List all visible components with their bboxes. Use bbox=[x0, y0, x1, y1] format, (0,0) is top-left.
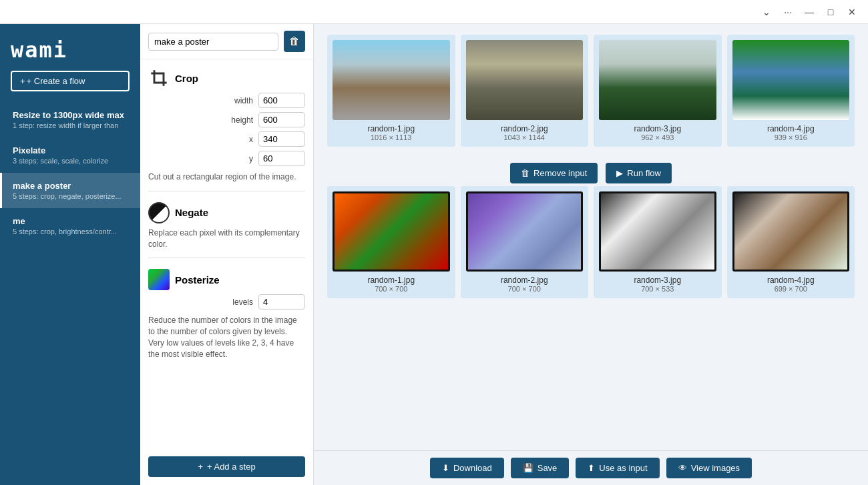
chevron-down-button[interactable]: ⌄ bbox=[756, 1, 777, 23]
crop-height-row: height bbox=[148, 112, 305, 127]
input-image-1-dims: 1016 × 1113 bbox=[371, 133, 411, 141]
posterize-levels-input[interactable] bbox=[258, 294, 305, 310]
posterize-levels-row: levels bbox=[148, 294, 305, 310]
plus-icon: + bbox=[198, 462, 203, 472]
output-images-grid: random-1.jpg 700 × 700 random-2.jpg 700 … bbox=[327, 186, 855, 298]
output-thumb-2 bbox=[466, 191, 584, 272]
posterize-fields: levels bbox=[148, 294, 305, 310]
download-button[interactable]: ⬇ Download bbox=[430, 458, 504, 478]
input-image-4-name: random-4.jpg bbox=[767, 124, 815, 133]
eye-icon: 👁 bbox=[678, 463, 687, 473]
close-button[interactable]: ✕ bbox=[841, 1, 863, 23]
sidebar: wami + + Create a flow Resize to 1300px … bbox=[0, 24, 140, 485]
input-thumb-4 bbox=[732, 40, 850, 120]
maximize-button[interactable]: □ bbox=[820, 1, 841, 23]
sidebar-item-me[interactable]: me 5 steps: crop, brightness/contr... bbox=[0, 208, 140, 244]
add-step-button[interactable]: + + Add a step bbox=[148, 456, 305, 477]
play-icon: ▶ bbox=[616, 168, 623, 178]
output-image-3-dims: 700 × 533 bbox=[641, 285, 674, 293]
step-posterize: Posterize levels Reduce the number of co… bbox=[148, 269, 305, 360]
crop-x-row: x bbox=[148, 131, 305, 147]
use-as-input-label: Use as input bbox=[599, 463, 647, 473]
sidebar-item-pixelate-title: Pixelate bbox=[13, 145, 130, 155]
view-images-button[interactable]: 👁 View images bbox=[666, 458, 752, 478]
input-image-2[interactable]: random-2.jpg 1043 × 1144 bbox=[461, 35, 589, 147]
posterize-icon bbox=[148, 269, 170, 290]
output-actions-bar: ⬇ Download 💾 Save ⬆ Use as input 👁 View … bbox=[314, 450, 868, 485]
run-actions-row: 🗑 Remove input ▶ Run flow bbox=[327, 157, 855, 186]
trash-icon: 🗑 bbox=[521, 168, 529, 178]
more-options-button[interactable]: ··· bbox=[777, 1, 799, 23]
output-thumb-1 bbox=[333, 191, 450, 272]
input-image-4[interactable]: random-4.jpg 939 × 916 bbox=[727, 35, 855, 147]
flow-name-input[interactable] bbox=[148, 33, 278, 51]
negate-desc: Replace each pixel with its complementar… bbox=[148, 227, 305, 250]
output-image-1-name: random-1.jpg bbox=[367, 276, 415, 285]
crop-desc: Cut out a rectangular region of the imag… bbox=[148, 171, 305, 183]
output-image-4-dims: 699 × 700 bbox=[775, 285, 807, 293]
input-image-3-name: random-3.jpg bbox=[634, 124, 681, 133]
output-image-4-name: random-4.jpg bbox=[767, 276, 815, 285]
plus-icon: + bbox=[20, 76, 25, 86]
crop-width-row: width bbox=[148, 93, 305, 108]
download-label: Download bbox=[453, 463, 492, 473]
sidebar-item-resize-sub: 1 step: resize width if larger than bbox=[13, 121, 130, 129]
sidebar-item-pixelate[interactable]: Pixelate 3 steps: scale, scale, colorize bbox=[0, 137, 140, 173]
minimize-button[interactable]: — bbox=[799, 1, 820, 23]
images-area: random-1.jpg 1016 × 1113 random-2.jpg 10… bbox=[314, 24, 868, 450]
output-image-2[interactable]: random-2.jpg 700 × 700 bbox=[461, 186, 589, 298]
negate-icon bbox=[148, 202, 170, 223]
output-image-1-dims: 700 × 700 bbox=[375, 285, 407, 293]
step-crop-title: Crop bbox=[175, 73, 198, 84]
remove-input-button[interactable]: 🗑 Remove input bbox=[510, 163, 598, 183]
upload-icon: ⬆ bbox=[588, 463, 595, 473]
crop-height-label: height bbox=[226, 115, 253, 125]
input-thumb-1 bbox=[333, 40, 450, 120]
create-flow-label: + Create a flow bbox=[27, 76, 85, 86]
app-body: wami + + Create a flow Resize to 1300px … bbox=[0, 24, 868, 485]
divider-2 bbox=[148, 258, 305, 258]
sidebar-item-resize[interactable]: Resize to 1300px wide max 1 step: resize… bbox=[0, 102, 140, 137]
crop-x-input[interactable] bbox=[258, 131, 305, 147]
steps-header: 🗑 bbox=[140, 24, 313, 59]
sidebar-item-make-a-poster-title: make a poster bbox=[13, 181, 130, 191]
step-negate: Negate Replace each pixel with its compl… bbox=[148, 202, 305, 259]
step-posterize-title: Posterize bbox=[175, 274, 220, 286]
step-posterize-header: Posterize bbox=[148, 269, 305, 290]
sidebar-item-make-a-poster-sub: 5 steps: crop, negate, posterize... bbox=[13, 192, 130, 200]
crop-y-input[interactable] bbox=[258, 151, 305, 166]
step-crop-header: Crop bbox=[148, 67, 305, 89]
input-thumb-2 bbox=[466, 40, 584, 120]
use-as-input-button[interactable]: ⬆ Use as input bbox=[576, 458, 659, 478]
trash-icon: 🗑 bbox=[289, 35, 300, 47]
input-image-1[interactable]: random-1.jpg 1016 × 1113 bbox=[327, 35, 455, 147]
divider-1 bbox=[148, 191, 305, 191]
output-image-2-name: random-2.jpg bbox=[501, 276, 548, 285]
input-thumb-3 bbox=[599, 40, 716, 120]
crop-icon bbox=[148, 67, 170, 89]
output-thumb-3 bbox=[599, 191, 716, 272]
sidebar-item-me-title: me bbox=[13, 216, 130, 226]
run-flow-label: Run flow bbox=[627, 168, 661, 178]
save-icon: 💾 bbox=[523, 463, 533, 473]
save-label: Save bbox=[537, 463, 558, 473]
app-logo: wami bbox=[0, 24, 140, 71]
input-image-3[interactable]: random-3.jpg 962 × 493 bbox=[594, 35, 722, 147]
sidebar-item-make-a-poster[interactable]: make a poster 5 steps: crop, negate, pos… bbox=[0, 173, 140, 208]
remove-input-label: Remove input bbox=[533, 168, 587, 178]
output-image-4[interactable]: random-4.jpg 699 × 700 bbox=[727, 186, 855, 298]
run-flow-button[interactable]: ▶ Run flow bbox=[606, 163, 672, 183]
crop-width-input[interactable] bbox=[258, 93, 305, 108]
output-thumb-4 bbox=[732, 191, 850, 272]
output-image-1[interactable]: random-1.jpg 700 × 700 bbox=[327, 186, 455, 298]
input-images-grid: random-1.jpg 1016 × 1113 random-2.jpg 10… bbox=[327, 35, 855, 147]
save-button[interactable]: 💾 Save bbox=[511, 458, 570, 478]
delete-flow-button[interactable]: 🗑 bbox=[284, 31, 305, 52]
titlebar: ⌄ ··· — □ ✕ bbox=[0, 0, 868, 24]
create-flow-button[interactable]: + + Create a flow bbox=[11, 71, 130, 91]
output-image-3[interactable]: random-3.jpg 700 × 533 bbox=[594, 186, 722, 298]
crop-height-input[interactable] bbox=[258, 112, 305, 127]
add-step-label: + Add a step bbox=[207, 462, 256, 472]
output-image-3-name: random-3.jpg bbox=[634, 276, 681, 285]
sidebar-item-pixelate-sub: 3 steps: scale, scale, colorize bbox=[13, 157, 130, 165]
